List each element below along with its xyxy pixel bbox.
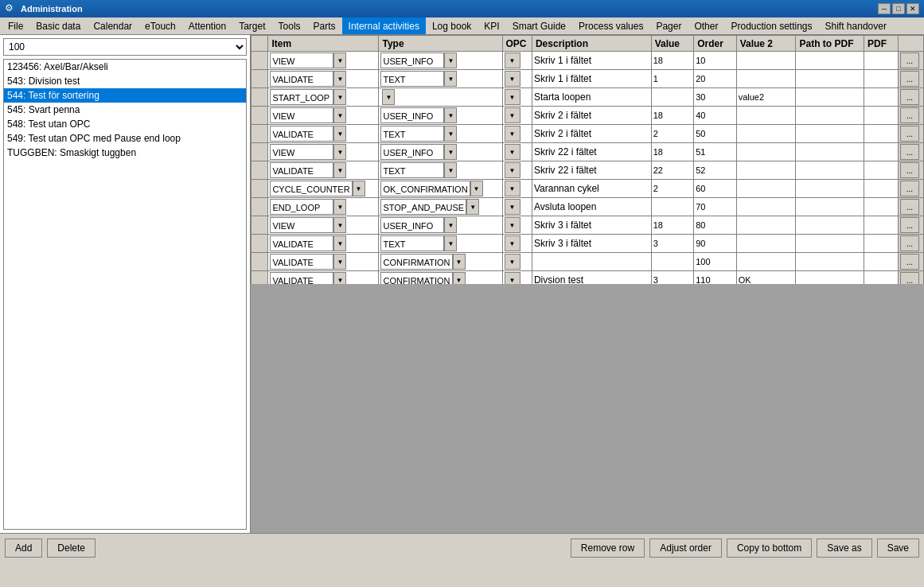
opc-cell[interactable]: ▼ (502, 271, 532, 285)
list-item[interactable]: 123456: Axel/Bar/Akseli (4, 60, 246, 74)
value2-cell[interactable] (736, 235, 796, 253)
menu-log-book[interactable]: Log book (426, 17, 478, 34)
path-cell[interactable] (796, 88, 864, 107)
dots-cell[interactable]: ... (898, 88, 923, 107)
menu-process-values[interactable]: Process values (572, 17, 649, 34)
pdf-cell[interactable] (864, 253, 899, 271)
type-cell[interactable]: STOP_AND_PAUSE▼ (379, 198, 502, 216)
menu-other[interactable]: Other (688, 17, 724, 34)
item-cell[interactable]: VALIDATE▼ (268, 70, 379, 88)
order-cell[interactable] (694, 70, 736, 88)
opc-cell[interactable]: ▼ (502, 198, 532, 216)
pdf-cell[interactable] (864, 125, 899, 143)
pdf-cell[interactable] (864, 180, 899, 198)
item-cell[interactable]: VIEW▼ (268, 143, 379, 161)
menu-basic-data[interactable]: Basic data (29, 17, 87, 34)
dots-cell[interactable]: ... (898, 216, 923, 235)
list-item-selected[interactable]: 544: Test för sortering (4, 88, 246, 103)
opc-cell[interactable]: ▼ (502, 143, 532, 161)
dots-cell[interactable]: ... (898, 253, 923, 271)
value2-cell[interactable] (736, 271, 796, 285)
order-cell[interactable] (694, 125, 736, 143)
type-cell[interactable]: ▼ (379, 88, 502, 107)
type-cell[interactable]: CONFIRMATION▼ (379, 253, 502, 271)
opc-cell[interactable]: ▼ (502, 253, 532, 271)
value2-cell[interactable] (736, 107, 796, 125)
value-cell[interactable] (651, 216, 693, 235)
item-cell[interactable]: VIEW▼ (268, 216, 379, 235)
type-cell[interactable]: USER_INFO▼ (379, 52, 502, 70)
path-cell[interactable] (796, 107, 864, 125)
path-cell[interactable] (796, 143, 864, 161)
item-cell[interactable]: VALIDATE▼ (268, 235, 379, 253)
menu-production-settings[interactable]: Production settings (724, 17, 818, 34)
save-button[interactable]: Save (877, 538, 919, 558)
delete-button[interactable]: Delete (47, 538, 96, 558)
adjust-order-button[interactable]: Adjust order (649, 538, 722, 558)
path-cell[interactable] (796, 271, 864, 285)
item-cell[interactable]: VIEW▼ (268, 52, 379, 70)
opc-cell[interactable]: ▼ (502, 180, 532, 198)
menu-target[interactable]: Target (232, 17, 271, 34)
value2-cell[interactable] (736, 253, 796, 271)
item-cell[interactable]: END_LOOP▼ (268, 198, 379, 216)
dots-cell[interactable]: ... (898, 125, 923, 143)
value2-cell[interactable] (736, 70, 796, 88)
opc-cell[interactable]: ▼ (502, 216, 532, 235)
value-cell[interactable] (651, 88, 693, 107)
type-cell[interactable]: OK_CONFIRMATION▼ (379, 180, 502, 198)
path-cell[interactable] (796, 253, 864, 271)
menu-shift-handover[interactable]: Shift handover (819, 17, 893, 34)
value-cell[interactable] (651, 70, 693, 88)
list-item[interactable]: TUGGBEN: Smaskigt tuggben (4, 146, 246, 160)
pdf-cell[interactable] (864, 88, 899, 107)
path-cell[interactable] (796, 52, 864, 70)
pdf-cell[interactable] (864, 216, 899, 235)
value2-cell[interactable] (736, 125, 796, 143)
type-cell[interactable]: USER_INFO▼ (379, 216, 502, 235)
type-cell[interactable]: TEXT▼ (379, 235, 502, 253)
value2-cell[interactable] (736, 88, 796, 107)
opc-cell[interactable]: ▼ (502, 161, 532, 180)
value-cell[interactable] (651, 180, 693, 198)
pdf-cell[interactable] (864, 70, 899, 88)
order-cell[interactable] (694, 198, 736, 216)
pdf-cell[interactable] (864, 107, 899, 125)
opc-cell[interactable]: ▼ (502, 235, 532, 253)
item-cell[interactable]: VALIDATE▼ (268, 125, 379, 143)
dots-cell[interactable]: ... (898, 143, 923, 161)
list-item[interactable]: 549: Test utan OPC med Pause end loop (4, 131, 246, 146)
menu-pager[interactable]: Pager (649, 17, 688, 34)
menu-attention[interactable]: Attention (182, 17, 232, 34)
menu-smart-guide[interactable]: Smart Guide (506, 17, 572, 34)
pdf-cell[interactable] (864, 161, 899, 180)
dots-cell[interactable]: ... (898, 107, 923, 125)
dots-cell[interactable]: ... (898, 271, 923, 285)
path-cell[interactable] (796, 125, 864, 143)
pdf-cell[interactable] (864, 198, 899, 216)
maximize-button[interactable]: □ (892, 3, 905, 14)
pdf-cell[interactable] (864, 52, 899, 70)
item-cell[interactable]: VALIDATE▼ (268, 271, 379, 285)
value2-cell[interactable] (736, 52, 796, 70)
list-item[interactable]: 545: Svart penna (4, 103, 246, 117)
copy-to-bottom-button[interactable]: Copy to bottom (727, 538, 812, 558)
opc-cell[interactable]: ▼ (502, 107, 532, 125)
menu-etouch[interactable]: eTouch (138, 17, 182, 34)
path-cell[interactable] (796, 235, 864, 253)
save-as-button[interactable]: Save as (817, 538, 871, 558)
close-button[interactable]: ✕ (906, 3, 919, 14)
path-cell[interactable] (796, 161, 864, 180)
pdf-cell[interactable] (864, 143, 899, 161)
order-cell[interactable] (694, 180, 736, 198)
opc-cell[interactable]: ▼ (502, 88, 532, 107)
add-button[interactable]: Add (5, 538, 42, 558)
type-cell[interactable]: USER_INFO▼ (379, 107, 502, 125)
value-cell[interactable] (651, 235, 693, 253)
value-cell[interactable] (651, 161, 693, 180)
value2-cell[interactable] (736, 198, 796, 216)
menu-tools[interactable]: Tools (272, 17, 307, 34)
menu-internal-activities[interactable]: Internal activities (342, 17, 426, 34)
type-cell[interactable]: TEXT▼ (379, 70, 502, 88)
menu-calendar[interactable]: Calendar (87, 17, 138, 34)
